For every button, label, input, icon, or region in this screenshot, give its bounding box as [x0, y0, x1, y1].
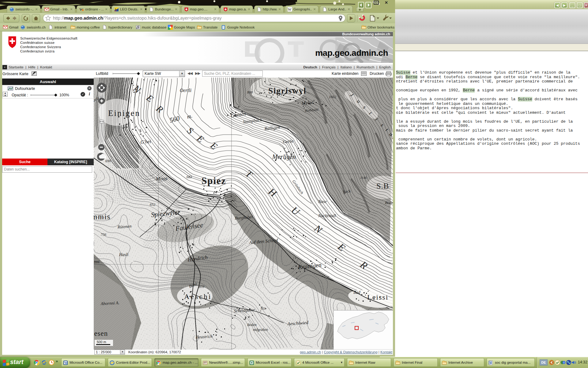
svg-text:1146: 1146	[360, 176, 367, 179]
svg-text:W: W	[489, 362, 492, 364]
svg-text:959: 959	[261, 307, 266, 310]
svg-text:mdgraben: mdgraben	[253, 328, 268, 332]
svg-text:690: 690	[105, 159, 111, 163]
svg-text:Hasli: Hasli	[119, 252, 128, 257]
svg-text:mmis: mmis	[94, 213, 111, 221]
svg-text:800: 800	[247, 90, 253, 94]
svg-text:Nachtstall: Nachtstall	[318, 213, 336, 218]
svg-text:W: W	[64, 361, 67, 365]
svg-text:map.geo.admin.ch: map.geo.admin.ch	[315, 48, 388, 58]
svg-text:iesen: iesen	[94, 330, 108, 337]
svg-text:Moos: Moos	[155, 175, 168, 182]
svg-text:Bode: Bode	[385, 200, 393, 205]
svg-text:Boden: Boden	[247, 323, 257, 327]
svg-text:Bad: Bad	[353, 290, 361, 295]
svg-text:Einigen: Einigen	[108, 109, 140, 118]
svg-text:Merligen: Merligen	[272, 153, 296, 160]
svg-text:859: 859	[199, 285, 204, 289]
svg-text:756: 756	[101, 232, 106, 237]
svg-text:nni: nni	[94, 259, 100, 264]
svg-text:G'hei: G'hei	[140, 139, 151, 145]
svg-text:Spiez: Spiez	[202, 175, 226, 186]
svg-text:Nase: Nase	[318, 199, 327, 204]
svg-text:1662: 1662	[329, 95, 336, 99]
svg-text:Sigriswyl: Sigriswyl	[268, 86, 307, 95]
svg-text:S.B: S.B	[376, 182, 389, 190]
svg-text:Aeschi: Aeschi	[184, 293, 212, 301]
svg-text:683: 683	[187, 175, 192, 179]
svg-text:500 m: 500 m	[97, 340, 106, 344]
svg-text:Leissi: Leissi	[367, 293, 388, 301]
svg-text:652: 652	[150, 202, 155, 207]
svg-text:Gerbe: Gerbe	[283, 139, 294, 144]
svg-text:W: W	[288, 7, 292, 12]
svg-text:L: L	[115, 8, 117, 10]
svg-text:Heustrich: Heustrich	[195, 334, 213, 339]
svg-text:Oertli: Oertli	[180, 88, 191, 93]
